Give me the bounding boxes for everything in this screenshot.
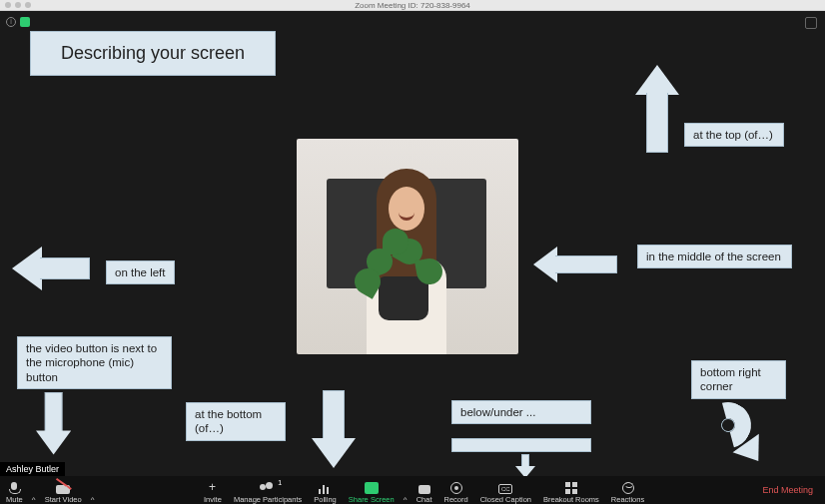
reactions-button[interactable]: Reactions — [605, 476, 650, 504]
annotation-title: Describing your screen — [30, 31, 276, 76]
encryption-icon[interactable] — [20, 17, 30, 27]
participant-name-tag: Ashley Butler — [0, 462, 65, 476]
zoom-meeting-window: i Describing your screen at the top (of…… — [0, 11, 825, 504]
microphone-icon — [7, 482, 21, 494]
reactions-icon — [622, 482, 634, 494]
start-video-button[interactable]: Start Video — [39, 476, 88, 504]
mute-label: Mute — [6, 495, 23, 504]
record-label: Record — [444, 495, 468, 504]
end-meeting-button[interactable]: End Meeting — [750, 485, 825, 495]
annotation-video-mic: the video button is next to the micropho… — [17, 336, 172, 389]
meeting-toolbar: Mute ^ Start Video ^ Invite 1 Manage Par… — [0, 476, 825, 504]
window-title: Zoom Meeting ID: 720-838-9964 — [0, 0, 825, 11]
closed-caption-label: Closed Caption — [480, 495, 531, 504]
manage-participants-button[interactable]: 1 Manage Participants — [228, 476, 308, 504]
closed-caption-icon: CC — [498, 484, 512, 494]
breakout-rooms-icon — [565, 482, 577, 494]
mute-button[interactable]: Mute — [0, 476, 29, 504]
participants-icon: 1 — [260, 482, 276, 494]
breakout-rooms-button[interactable]: Breakout Rooms — [537, 476, 605, 504]
invite-icon — [206, 482, 220, 494]
record-icon — [450, 482, 462, 494]
active-speaker-video[interactable] — [297, 139, 518, 354]
closed-caption-button[interactable]: CC Closed Caption — [474, 476, 537, 504]
invite-label: Invite — [204, 495, 222, 504]
chat-button[interactable]: Chat — [411, 476, 438, 504]
share-screen-button[interactable]: Share Screen — [343, 476, 401, 504]
annotation-below: below/under ... — [451, 400, 591, 424]
polling-button[interactable]: Polling — [308, 476, 343, 504]
enter-fullscreen-icon[interactable] — [805, 17, 817, 29]
breakout-rooms-label: Breakout Rooms — [543, 495, 599, 504]
annotation-middle: in the middle of the screen — [637, 245, 792, 268]
annotation-below-blank — [451, 438, 591, 452]
arrow-curved-icon — [699, 402, 769, 462]
meeting-info-icon[interactable]: i — [6, 17, 16, 27]
mac-titlebar: Zoom Meeting ID: 720-838-9964 — [0, 0, 825, 11]
share-screen-icon — [365, 482, 379, 494]
participants-count: 1 — [278, 479, 282, 486]
annotation-bottom-right: bottom right corner — [691, 360, 786, 399]
record-button[interactable]: Record — [438, 476, 474, 504]
chat-icon — [418, 485, 430, 494]
participants-label: Manage Participants — [234, 495, 302, 504]
start-video-label: Start Video — [45, 495, 82, 504]
share-screen-label: Share Screen — [349, 495, 395, 504]
polling-label: Polling — [314, 495, 337, 504]
annotation-top: at the top (of…) — [684, 123, 784, 147]
camera-off-icon — [56, 485, 70, 494]
polling-icon — [319, 482, 333, 494]
invite-button[interactable]: Invite — [198, 476, 228, 504]
annotation-left: on the left — [106, 260, 175, 284]
video-menu-caret-icon[interactable]: ^ — [88, 495, 98, 504]
annotation-bottom: at the bottom (of…) — [186, 402, 286, 441]
audio-menu-caret-icon[interactable]: ^ — [29, 495, 39, 504]
reactions-label: Reactions — [611, 495, 644, 504]
share-menu-caret-icon[interactable]: ^ — [401, 495, 411, 504]
